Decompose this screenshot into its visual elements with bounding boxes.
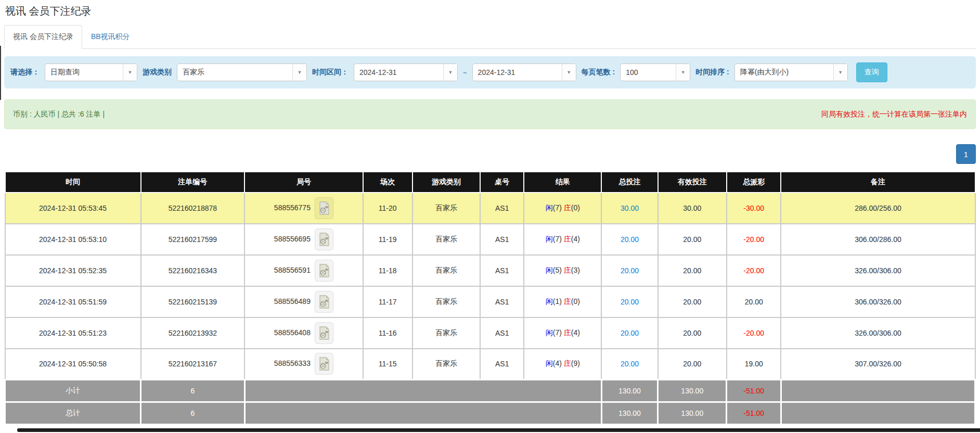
game-type-value: 百家乐 [177,68,292,77]
video-replay-button[interactable] [315,291,333,313]
banker-result-value: (0) [571,203,580,212]
video-replay-button[interactable] [315,322,333,344]
cell-game-type: 百家乐 [412,317,481,349]
query-button[interactable]: 查询 [856,62,887,82]
footer-payout: -51.00 [727,380,781,402]
summary-bar: 币别 : 人民币 | 总共 :6 注单 | 同局有效投注，统一计算在该局第一张注… [4,99,976,129]
page-1-button[interactable]: 1 [956,144,976,164]
round-number-text: 588556408 [274,328,311,336]
player-result-label: 闲 [546,359,553,367]
table-row: 2024-12-31 05:50:58522160213167588556333… [5,349,975,380]
cell-total-bet[interactable]: 20.00 [601,286,657,317]
player-result-value: (7) [553,203,564,212]
tab-bb-points[interactable]: BB视讯积分 [82,25,139,49]
cell-total-bet[interactable]: 20.00 [601,255,657,286]
footer-count: 6 [141,380,245,402]
table-footer: 小计6130.00130.00-51.00总计6130.00130.00-51.… [5,380,975,425]
cell-result: 闲(7) 庄(4) [524,317,601,349]
cell-time: 2024-12-31 05:52:35 [5,255,141,286]
cell-remark: 326.00/306.00 [781,317,975,349]
cell-total-bet[interactable]: 30.00 [601,193,657,224]
cell-session: 11-17 [363,286,412,317]
chevron-down-icon: ▼ [562,64,576,81]
cell-total-bet[interactable]: 20.00 [601,317,657,349]
page-size-select[interactable]: 100 ▼ [620,63,690,81]
chevron-down-icon: ▼ [833,64,847,81]
round-number-text: 588556333 [274,359,311,367]
cell-table-number: AS1 [480,255,524,286]
cell-remark: 307.00/326.00 [781,349,975,380]
cell-time: 2024-12-31 05:50:58 [5,349,141,380]
table-row: 2024-12-31 05:53:45522160218878588556775… [5,193,975,224]
cell-table-number: AS1 [480,317,524,349]
player-result-label: 闲 [546,235,553,243]
cell-session: 11-18 [363,255,412,286]
column-header: 总投注 [601,173,657,193]
cell-result: 闲(1) 庄(0) [524,286,601,317]
video-replay-button[interactable] [315,260,333,282]
banker-result-label: 庄 [564,235,571,243]
total-row: 总计6130.00130.00-51.00 [5,402,975,425]
cell-result: 闲(7) 庄(0) [524,193,601,224]
cell-round-number: 588556333 [244,349,363,380]
cell-valid-bet: 20.00 [658,286,727,317]
column-header: 时间 [5,173,141,193]
cell-valid-bet: 20.00 [658,255,727,286]
subtotal-row: 小计6130.00130.00-51.00 [5,380,975,402]
player-result-label: 闲 [546,328,553,337]
table-row: 2024-12-31 05:51:23522160213932588556408… [5,317,975,349]
video-replay-button[interactable] [315,228,333,250]
footer-payout: -51.00 [727,402,781,425]
column-header: 有效投注 [658,173,727,193]
sort-order-value: 降幂(由大到小) [735,68,833,77]
round-number-text: 588556775 [274,203,311,211]
query-type-select[interactable]: 日期查询 ▼ [45,63,137,81]
cell-table-number: AS1 [480,224,524,255]
cell-session: 11-15 [363,349,412,380]
cell-game-type: 百家乐 [412,286,481,317]
cell-remark: 306.00/326.00 [781,286,975,317]
cell-total-bet[interactable]: 20.00 [601,224,657,255]
column-header: 场次 [363,173,412,193]
game-type-select[interactable]: 百家乐 ▼ [177,63,307,81]
film-icon [318,233,330,246]
cell-total-bet[interactable]: 20.00 [601,349,657,380]
sort-order-select[interactable]: 降幂(由大到小) ▼ [734,63,848,81]
cell-session: 11-19 [363,224,412,255]
cell-bet-number: 522160213932 [141,317,245,349]
cell-round-number: 588556408 [244,317,363,349]
cell-time: 2024-12-31 05:51:23 [5,317,141,349]
banker-result-label: 庄 [564,266,571,274]
date-from-select[interactable]: 2024-12-31 ▼ [354,63,458,81]
cell-bet-number: 522160215139 [141,286,245,317]
cell-round-number: 588556489 [244,286,363,317]
cell-round-number: 588556695 [244,224,363,255]
cell-time: 2024-12-31 05:53:10 [5,224,141,255]
footer-label: 总计 [5,402,141,425]
cell-table-number: AS1 [480,349,524,380]
cell-valid-bet: 30.00 [658,193,727,224]
video-replay-button[interactable] [315,353,333,375]
tab-bar: 视讯 会员下注纪录BB视讯积分 [4,26,976,49]
film-icon [318,357,330,371]
cell-payout: -20.00 [727,224,781,255]
banker-result-label: 庄 [564,328,571,337]
cell-valid-bet: 20.00 [658,349,727,380]
column-header: 游戏类别 [412,173,481,193]
cell-remark: 286.00/256.00 [781,193,975,224]
tab-bet-records[interactable]: 视讯 会员下注纪录 [4,25,82,49]
column-header: 局号 [244,173,363,193]
date-to-select[interactable]: 2024-12-31 ▼ [472,63,576,81]
cell-remark: 306.00/286.00 [781,224,975,255]
cell-session: 11-20 [363,193,412,224]
date-to-value: 2024-12-31 [473,68,562,77]
chevron-down-icon: ▼ [676,64,690,81]
horizontal-scrollbar[interactable] [17,428,980,432]
round-number-text: 588556591 [274,265,311,274]
round-number-text: 588556695 [274,234,311,243]
footer-count: 6 [141,402,245,425]
video-replay-button[interactable] [315,197,333,219]
query-type-value: 日期查询 [45,68,123,77]
table-row: 2024-12-31 05:51:59522160215139588556489… [5,286,975,317]
cell-session: 11-16 [363,317,412,349]
